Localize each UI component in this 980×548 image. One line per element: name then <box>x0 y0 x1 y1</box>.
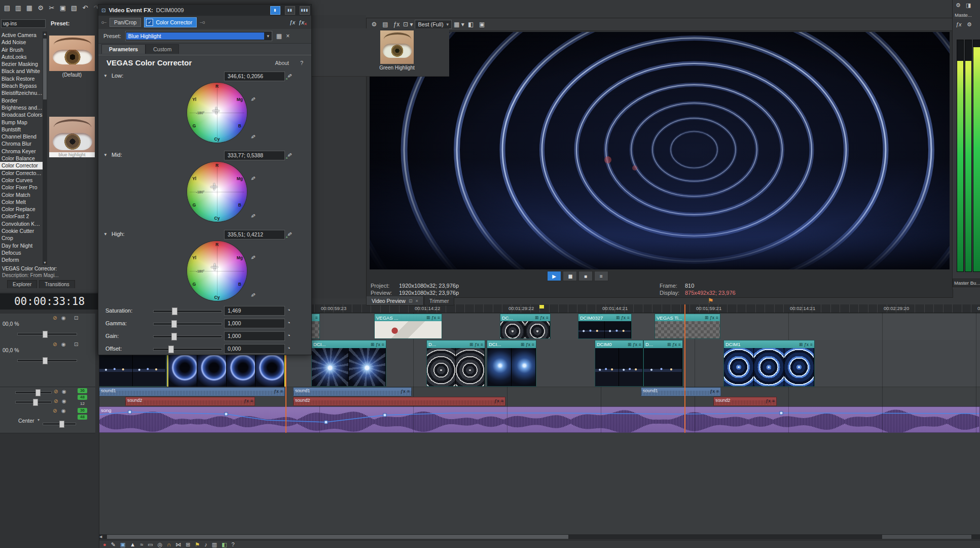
event-menu-icon[interactable]: ≡ <box>438 315 440 320</box>
help-icon[interactable]: ? <box>300 60 303 66</box>
video-output-fx-icon[interactable]: ƒx <box>392 20 401 29</box>
solo-button[interactable]: ◉ <box>61 341 66 347</box>
timeline-video-event[interactable]: VEGAS ...⊞ƒx≡ <box>374 314 442 339</box>
timeline-empty-area[interactable] <box>99 433 980 534</box>
track-volume-slider[interactable] <box>15 401 52 403</box>
mute-button[interactable]: ⊘ <box>54 398 58 404</box>
pan-crop-button[interactable]: Pan/Crop <box>110 18 141 27</box>
master-layout-icon[interactable]: ◨ <box>966 2 971 9</box>
plugin-list-item[interactable]: Bleach Bypass <box>0 82 43 89</box>
event-fx-icon[interactable]: ƒx <box>526 342 530 347</box>
dock-layout-button-2[interactable]: ▮▮ <box>285 6 295 15</box>
wheel-value-field[interactable]: 346,61; 0,2056 <box>224 72 285 81</box>
plugin-list-item[interactable]: Color Corrector <box>0 162 43 169</box>
track-level-slider[interactable] <box>17 333 77 335</box>
master-fx-icon[interactable]: ƒx <box>956 21 962 27</box>
timeline-video-event[interactable]: DCIM0327⊞ƒx≡ <box>578 314 632 339</box>
mute-button[interactable]: ⊘ <box>53 408 57 414</box>
plugin-list-item[interactable]: Black and White <box>0 67 43 75</box>
slider-handle[interactable] <box>43 331 48 338</box>
plugin-list-item[interactable]: Color Melt <box>0 198 43 206</box>
timeline-video-event[interactable]: DCI...⊞ƒx≡ <box>311 340 386 387</box>
master-fx-settings-icon[interactable]: ⚙ <box>967 21 972 28</box>
scroll-down-icon[interactable]: ▼ <box>43 260 47 265</box>
preset-thumbnail-blue-highlight[interactable]: blue highlight <box>49 117 95 157</box>
video-track-header[interactable]: 00,0 % ⊘ ◉ ⊡ <box>0 340 95 387</box>
remove-fx-icon[interactable]: ƒx✕ <box>298 19 304 25</box>
event-fx-icon[interactable]: ƒx <box>672 342 677 347</box>
plugin-list-item[interactable]: Add Noise <box>0 39 43 46</box>
close-icon[interactable]: × <box>415 298 418 303</box>
video-preview-frame[interactable] <box>370 32 950 269</box>
slider-track[interactable] <box>153 348 222 351</box>
restore-icon[interactable]: ⊡ <box>409 298 413 303</box>
slider-handle[interactable] <box>171 320 177 328</box>
delete-preset-icon[interactable]: × <box>286 32 289 40</box>
tab-video-preview[interactable]: Video Preview⊡× <box>366 296 424 305</box>
zoom-scrollbar[interactable] <box>882 535 971 539</box>
eyedropper-add-icon[interactable]: ✎ <box>285 152 293 158</box>
panel-tab-transitions[interactable]: Transitions <box>39 280 75 288</box>
plugin-list-item[interactable]: Color Corrector (S... <box>0 169 43 177</box>
collapse-icon[interactable]: ▼ <box>103 74 107 78</box>
plugin-list-item[interactable]: Color Curves <box>0 177 43 184</box>
fx-tab-parameters[interactable]: Parameters <box>101 44 146 54</box>
animate-icon[interactable]: ◔ <box>287 345 291 351</box>
track-level-slider[interactable] <box>17 359 77 362</box>
envelope-draw-icon[interactable]: ✎ <box>111 541 116 548</box>
zoom-tool-icon[interactable]: ◎ <box>158 541 163 548</box>
eyedropper-icon[interactable]: ✎ <box>249 134 256 140</box>
collapse-icon[interactable]: ▼ <box>103 232 107 236</box>
event-fx-icon[interactable]: ƒx <box>621 315 626 320</box>
solo-button[interactable]: ◉ <box>62 398 66 404</box>
quantize-frames-icon[interactable]: ⊞ <box>186 541 190 548</box>
wheel-value-field[interactable]: 335,51; 0,4212 <box>224 230 285 239</box>
slider-handle[interactable] <box>59 421 64 428</box>
eyedropper-add-icon[interactable]: ✎ <box>285 231 293 237</box>
ignore-grouping-icon[interactable]: ▣ <box>120 541 125 548</box>
preset-dropdown[interactable]: Blue Highlight ▾ <box>125 31 272 41</box>
plugin-list-item[interactable]: Channel Blend <box>0 133 43 140</box>
plugin-list-item[interactable]: AutoLooks <box>0 53 43 60</box>
plugin-list-item[interactable]: Defocus <box>0 249 43 256</box>
preset-thumbnail-default[interactable] <box>49 36 95 71</box>
preview-settings-icon[interactable]: ⚙ <box>370 20 379 29</box>
slider-value-field[interactable]: 1,469 <box>224 306 285 316</box>
wheel-crosshair[interactable] <box>211 184 217 190</box>
solo-button[interactable]: ◉ <box>61 408 66 414</box>
timeline-scrollbar[interactable]: ◀ <box>99 534 980 539</box>
wheel-crosshair[interactable] <box>211 264 218 270</box>
event-menu-icon[interactable]: ≡ <box>315 315 319 320</box>
plugin-enabled-checkbox[interactable]: ✓ <box>146 19 153 26</box>
eyedropper-icon[interactable]: ✎ <box>249 213 256 219</box>
color-wheel[interactable]: RMgBCyGYl-180° <box>187 241 247 301</box>
event-menu-icon[interactable]: ≡ <box>639 342 641 347</box>
mute-button[interactable]: ⊘ <box>53 315 57 321</box>
timeline-audio-event[interactable]: sound1ƒx≡ <box>293 387 412 396</box>
event-fx-icon[interactable]: ƒx <box>431 315 436 320</box>
pan-crop-icon[interactable]: ⊞ <box>799 342 803 347</box>
timeline-marker-line[interactable] <box>684 304 685 433</box>
event-fx-icon[interactable]: ƒx <box>804 342 809 347</box>
plugin-list-item[interactable]: ColorFast 2 <box>0 213 43 220</box>
plugin-list-item[interactable]: Chroma Keyer <box>0 148 43 155</box>
animate-icon[interactable]: ◔ <box>287 307 291 313</box>
event-fx-icon[interactable]: ƒx <box>376 342 380 347</box>
plugin-list-item[interactable]: Active Camera <box>0 31 43 39</box>
animate-icon[interactable]: ◔ <box>287 332 291 338</box>
timeline-video-event[interactable]: DC...⊞ƒx≡ <box>500 314 551 339</box>
marker-icon[interactable]: ⚑ <box>195 541 200 548</box>
timeline-video-event[interactable]: ≡ <box>311 314 320 339</box>
slider-handle[interactable] <box>35 389 41 396</box>
collapse-icon[interactable]: ▼ <box>103 153 107 157</box>
slider-value-field[interactable]: 0,000 <box>224 344 285 354</box>
pan-slider[interactable] <box>43 423 76 425</box>
slider-track[interactable] <box>153 310 222 313</box>
pan-crop-icon[interactable]: ⊞ <box>371 342 374 347</box>
event-fx-icon[interactable]: ƒx <box>633 342 637 347</box>
slider-handle[interactable] <box>43 357 48 364</box>
plugin-list-item[interactable]: Crop <box>0 234 43 242</box>
animate-icon[interactable]: ◔ <box>287 320 291 326</box>
plugin-list-item[interactable]: Border <box>0 97 43 104</box>
normal-edit-tool-icon[interactable]: ▲ <box>130 541 135 548</box>
